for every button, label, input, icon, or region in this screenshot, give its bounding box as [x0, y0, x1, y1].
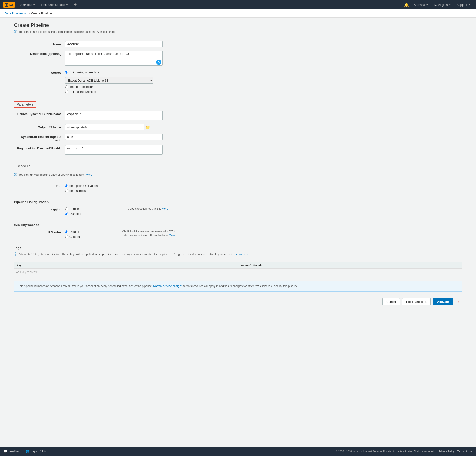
services-nav[interactable]: Services ▼: [18, 0, 38, 9]
schedule-section: Schedule ⓘ You can run your pipeline onc…: [14, 163, 462, 193]
dynamo-table-name-label: Source DynamoDB table name: [14, 111, 65, 116]
security-section: Security/Access IAM roles Default Custom: [14, 223, 462, 238]
source-architect-radio[interactable]: [65, 90, 68, 93]
dynamo-table-name-control: emptable: [65, 111, 462, 121]
s3-folder-row: Output S3 folder 📁: [14, 124, 462, 130]
terms-link[interactable]: Terms of Use: [457, 450, 472, 453]
throughput-input[interactable]: [65, 134, 163, 140]
notice-charges-link[interactable]: Normal service charges: [153, 285, 182, 288]
tags-info-icon: ⓘ: [14, 252, 17, 256]
source-template-label: Build using a template: [69, 70, 99, 74]
aws-logo[interactable]: ◫ aws: [3, 2, 15, 8]
tags-info-text: Add up to 10 tags to your pipeline. Thes…: [19, 253, 233, 256]
region-menu[interactable]: N. Virginia ▼: [432, 0, 453, 9]
logging-more-link[interactable]: More: [162, 207, 168, 210]
info-bar: ⓘ You can create pipeline using a templa…: [14, 30, 462, 37]
chat-icon: 💬: [4, 450, 7, 453]
notice-text-before: This pipeline launches an Amazon EMR clu…: [18, 285, 153, 288]
tags-value-col: Value (Optional): [238, 262, 462, 269]
iam-default-label: Default: [69, 230, 79, 234]
page-title: Create Pipeline: [14, 22, 462, 28]
divider-2: [14, 159, 462, 159]
folder-icon[interactable]: 📁: [145, 125, 150, 129]
tags-info-bar: ⓘ Add up to 10 tags to your pipeline. Th…: [14, 252, 462, 259]
tags-value-cell: [238, 269, 462, 276]
user-arrow-icon: ▼: [426, 3, 428, 6]
tags-input-row: [14, 269, 462, 276]
resource-groups-arrow-icon: ▼: [66, 3, 68, 6]
tags-key-cell: [14, 269, 238, 276]
source-control: Build using a template Export DynamoDB t…: [65, 69, 462, 93]
source-label: Source: [14, 69, 65, 74]
bell-icon[interactable]: 🔔: [402, 3, 411, 7]
feedback-button[interactable]: 💬 Feedback: [4, 450, 21, 453]
tags-learn-more-link[interactable]: Learn more: [235, 253, 249, 256]
services-label: Services: [20, 3, 32, 7]
source-template-option: Build using a template: [65, 70, 462, 74]
favorites-icon[interactable]: ★: [72, 3, 79, 7]
user-name: Archana: [414, 3, 425, 7]
info-icon: ⓘ: [14, 30, 17, 34]
source-import-radio[interactable]: [65, 85, 68, 88]
top-navigation: ◫ aws Services ▼ Resource Groups ▼ ★ 🔔 A…: [0, 0, 476, 9]
dynamo-region-input[interactable]: us-east-1: [65, 145, 163, 155]
pipeline-config-section: Pipeline Configuration Logging Enabled: [14, 200, 462, 215]
dynamo-table-name-input[interactable]: emptable: [65, 111, 163, 120]
logging-disabled-radio[interactable]: [65, 212, 68, 215]
tags-value-input[interactable]: [239, 270, 461, 275]
s3-folder-field: 📁: [65, 124, 462, 130]
support-menu[interactable]: Support ▼: [454, 0, 473, 9]
notice-text-after: for this resource will apply in addition…: [183, 285, 299, 288]
iam-custom-radio[interactable]: [65, 235, 68, 238]
run-radio-group: on pipeline activation on a schedule: [65, 184, 462, 193]
iam-default-radio[interactable]: [65, 230, 68, 233]
breadcrumb: Data Pipeline ▼ > Create Pipeline: [0, 9, 476, 18]
schedule-info-bar: ⓘ You can run your pipeline once or spec…: [14, 173, 462, 180]
logging-side-text: Copy execution logs to S3.: [128, 207, 161, 210]
iam-row: IAM roles Default Custom IAM: [14, 229, 462, 238]
iam-more-link[interactable]: More: [169, 234, 175, 236]
run-activation-label: on pipeline activation: [69, 184, 98, 187]
tags-key-input[interactable]: [15, 270, 237, 275]
tags-table: Key Value (Optional): [14, 262, 462, 276]
activate-button[interactable]: Activate: [433, 298, 453, 305]
run-schedule-radio[interactable]: [65, 189, 68, 192]
breadcrumb-parent[interactable]: Data Pipeline ▼: [5, 12, 26, 15]
throughput-control: [65, 134, 462, 140]
name-input[interactable]: [65, 41, 163, 47]
notice-box: This pipeline launches an Amazon EMR clu…: [14, 280, 462, 292]
tags-key-col: Key: [14, 262, 238, 269]
name-label: Name: [14, 41, 65, 46]
language-selector[interactable]: 🌐 English (US): [26, 450, 46, 453]
s3-folder-input[interactable]: [65, 124, 144, 130]
run-control: on pipeline activation on a schedule: [65, 183, 462, 193]
template-dropdown[interactable]: Export DynamoDB table to S3: [65, 77, 153, 84]
breadcrumb-dropdown-icon[interactable]: ▼: [24, 12, 26, 15]
action-bar: Cancel Edit in Architect Activate ←: [14, 295, 462, 307]
description-input[interactable]: To export data from DynamoDB to S3: [65, 51, 163, 66]
run-activation-option: on pipeline activation: [65, 184, 462, 187]
name-control: [65, 41, 462, 47]
logging-enabled-radio[interactable]: [65, 207, 68, 210]
source-template-radio[interactable]: [65, 71, 68, 74]
privacy-link[interactable]: Privacy Policy: [439, 450, 454, 453]
pipeline-config-title: Pipeline Configuration: [14, 200, 462, 204]
divider-1: [14, 97, 462, 97]
dynamo-region-control: us-east-1: [65, 145, 462, 155]
dynamo-table-name-row: Source DynamoDB table name emptable: [14, 111, 462, 121]
logging-disabled-label: Disabled: [69, 212, 81, 215]
run-label: Run: [14, 183, 65, 188]
user-menu[interactable]: Archana ▼: [412, 0, 431, 9]
edit-in-architect-button[interactable]: Edit in Architect: [402, 298, 431, 305]
region-arrow-icon: ▼: [449, 3, 451, 6]
schedule-more-link[interactable]: More: [86, 173, 92, 177]
source-import-option: Import a definition: [65, 85, 462, 89]
footer: 💬 Feedback 🌐 English (US) © 2008 - 2018,…: [0, 447, 476, 456]
refresh-button[interactable]: ↻: [156, 60, 161, 65]
cancel-button[interactable]: Cancel: [382, 298, 400, 305]
run-activation-radio[interactable]: [65, 184, 68, 187]
divider-3: [14, 196, 462, 196]
resource-groups-nav[interactable]: Resource Groups ▼: [39, 0, 71, 9]
description-control: To export data from DynamoDB to S3 ↻: [65, 51, 462, 66]
run-row: Run on pipeline activation on a schedule: [14, 183, 462, 193]
